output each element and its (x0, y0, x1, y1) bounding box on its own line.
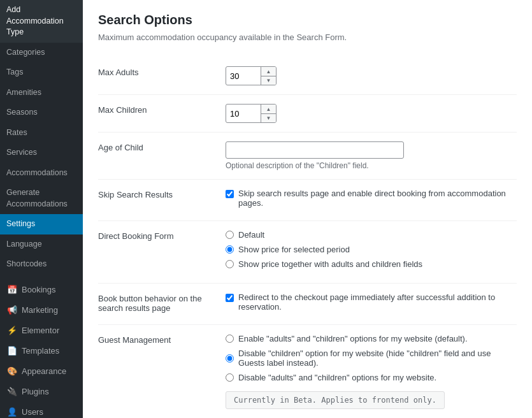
table-row-skip-search-results: Skip Search Results Skip search results … (98, 180, 517, 221)
max-adults-spinners: ▲ ▼ (261, 67, 276, 85)
content-area: Search Options Maximum accommodation occ… (83, 0, 532, 418)
sidebar-item-shortcodes[interactable]: Shortcodes (0, 254, 83, 275)
table-row-max-children: Max Children ▲ ▼ (98, 95, 517, 133)
sidebar-item-seasons[interactable]: Seasons (0, 103, 83, 123)
field-label-max-adults: Max Adults (98, 57, 226, 95)
skip-search-label-text: Skip search results page and enable dire… (238, 189, 517, 208)
nav-label-templates: Templates (22, 346, 59, 356)
direct-booking-option-label-0: Default (238, 230, 264, 240)
direct-booking-option-1[interactable]: Show price for selected period (226, 245, 517, 254)
sidebar-nav-item-marketing[interactable]: 📢Marketing (0, 300, 83, 321)
field-cell-guest-management: Enable "adults" and "children" options f… (226, 325, 517, 419)
field-cell-max-adults: ▲ ▼ (226, 57, 517, 95)
nav-label-users: Users (22, 407, 43, 417)
table-row-direct-booking: Direct Booking Form DefaultShow price fo… (98, 221, 517, 284)
elementor-icon: ⚡ (6, 325, 18, 336)
marketing-icon: 📢 (6, 305, 18, 316)
sidebar-nav-item-plugins[interactable]: 🔌Plugins (0, 382, 83, 402)
guest-management-option-label-1: Disable "children" option for my website… (238, 349, 517, 368)
beta-note: Currently in Beta. Applies to frontend o… (226, 391, 445, 409)
direct-booking-radio-2[interactable] (226, 260, 234, 268)
max-children-input[interactable] (226, 106, 261, 121)
direct-booking-options: DefaultShow price for selected periodSho… (226, 230, 517, 269)
nav-label-elementor: Elementor (22, 326, 59, 335)
sidebar-item-accommodations[interactable]: Accommodations (0, 163, 83, 184)
field-cell-direct-booking: DefaultShow price for selected periodSho… (226, 221, 517, 284)
nav-label-appearance: Appearance (22, 366, 66, 376)
guest-management-option-label-0: Enable "adults" and "children" options f… (238, 334, 468, 343)
page-title: Search Options (98, 13, 517, 27)
guest-management-option-1[interactable]: Disable "children" option for my website… (226, 349, 517, 368)
skip-search-checkbox[interactable] (226, 190, 234, 198)
guest-management-radio-1[interactable] (226, 354, 234, 363)
templates-icon: 📄 (6, 345, 18, 357)
max-children-increment[interactable]: ▲ (261, 104, 276, 113)
sidebar-item-language[interactable]: Language (0, 234, 83, 255)
guest-management-radio-2[interactable] (226, 373, 234, 382)
field-label-skip-search: Skip Search Results (98, 180, 226, 221)
direct-booking-option-label-1: Show price for selected period (238, 245, 350, 254)
direct-booking-radio-1[interactable] (226, 245, 234, 254)
max-children-decrement[interactable]: ▼ (261, 113, 276, 122)
nav-label-bookings: Bookings (22, 285, 55, 294)
table-row-guest-management: Guest Management Enable "adults" and "ch… (98, 325, 517, 419)
book-button-label-text: Redirect to the checkout page immediatel… (238, 292, 517, 312)
field-label-book-button: Book button behavior on the search resul… (98, 284, 226, 325)
sidebar-item-settings[interactable]: Settings (0, 214, 83, 234)
main-content: Search Options Maximum accommodation occ… (83, 0, 532, 418)
bookings-icon: 📅 (6, 284, 18, 296)
page-subtitle: Maximum accommodation occupancy availabl… (98, 32, 517, 42)
sidebar-item-amenities[interactable]: Amenities (0, 83, 83, 103)
sidebar-nav-item-users[interactable]: 👤Users (0, 402, 83, 419)
age-of-child-input[interactable] (226, 141, 404, 159)
max-adults-decrement[interactable]: ▼ (261, 76, 276, 85)
max-adults-increment[interactable]: ▲ (261, 67, 276, 76)
guest-management-options: Enable "adults" and "children" options f… (226, 334, 517, 382)
sidebar-nav-item-templates[interactable]: 📄Templates (0, 341, 83, 361)
sidebar-nav-item-appearance[interactable]: 🎨Appearance (0, 361, 83, 382)
direct-booking-option-2[interactable]: Show price together with adults and chil… (226, 259, 517, 269)
field-cell-skip-search: Skip search results page and enable dire… (226, 180, 517, 221)
field-cell-book-button: Redirect to the checkout page immediatel… (226, 284, 517, 325)
table-row-max-adults: Max Adults ▲ ▼ (98, 57, 517, 95)
field-label-guest-management: Guest Management (98, 325, 226, 419)
sidebar-item-categories[interactable]: Categories (0, 43, 83, 63)
sidebar-item-tags[interactable]: Tags (0, 62, 83, 83)
field-label-age-of-child: Age of Child (98, 133, 226, 180)
guest-management-option-label-2: Disable "adults" and "children" options … (238, 373, 436, 382)
sidebar: Add Accommodation TypeCategoriesTagsAmen… (0, 0, 83, 418)
guest-management-option-0[interactable]: Enable "adults" and "children" options f… (226, 334, 517, 343)
table-row-book-button: Book button behavior on the search resul… (98, 284, 517, 325)
direct-booking-option-0[interactable]: Default (226, 230, 517, 240)
field-label-direct-booking: Direct Booking Form (98, 221, 226, 284)
field-label-max-children: Max Children (98, 95, 226, 133)
sidebar-nav-item-bookings[interactable]: 📅Bookings (0, 280, 83, 300)
skip-search-checkbox-label[interactable]: Skip search results page and enable dire… (226, 189, 517, 208)
plugins-icon: 🔌 (6, 386, 18, 398)
max-children-spinners: ▲ ▼ (261, 104, 276, 122)
max-adults-input-wrap: ▲ ▼ (226, 66, 277, 85)
book-button-checkbox-label[interactable]: Redirect to the checkout page immediatel… (226, 292, 517, 312)
table-row-age-of-child: Age of Child Optional description of the… (98, 133, 517, 180)
sidebar-nav-item-elementor[interactable]: ⚡Elementor (0, 321, 83, 341)
sidebar-item-services[interactable]: Services (0, 143, 83, 163)
sidebar-item-rates[interactable]: Rates (0, 123, 83, 143)
max-children-input-wrap: ▲ ▼ (226, 104, 277, 123)
book-button-checkbox[interactable] (226, 294, 234, 302)
users-icon: 👤 (6, 407, 18, 418)
field-cell-max-children: ▲ ▼ (226, 95, 517, 133)
nav-label-plugins: Plugins (22, 387, 49, 396)
nav-label-marketing: Marketing (22, 305, 58, 315)
max-adults-input[interactable] (226, 69, 261, 83)
sidebar-item-generate-accommodations[interactable]: Generate Accommodations (0, 183, 83, 214)
sidebar-item-add-accommodation-type[interactable]: Add Accommodation Type (0, 0, 83, 43)
field-cell-age-of-child: Optional description of the "Children" f… (226, 133, 517, 180)
direct-booking-option-label-2: Show price together with adults and chil… (238, 259, 422, 269)
guest-management-radio-0[interactable] (226, 335, 234, 343)
age-of-child-description: Optional description of the "Children" f… (226, 161, 517, 170)
form-table: Max Adults ▲ ▼ Max Children (98, 57, 517, 418)
appearance-icon: 🎨 (6, 366, 18, 377)
direct-booking-radio-0[interactable] (226, 231, 234, 239)
guest-management-option-2[interactable]: Disable "adults" and "children" options … (226, 373, 517, 382)
